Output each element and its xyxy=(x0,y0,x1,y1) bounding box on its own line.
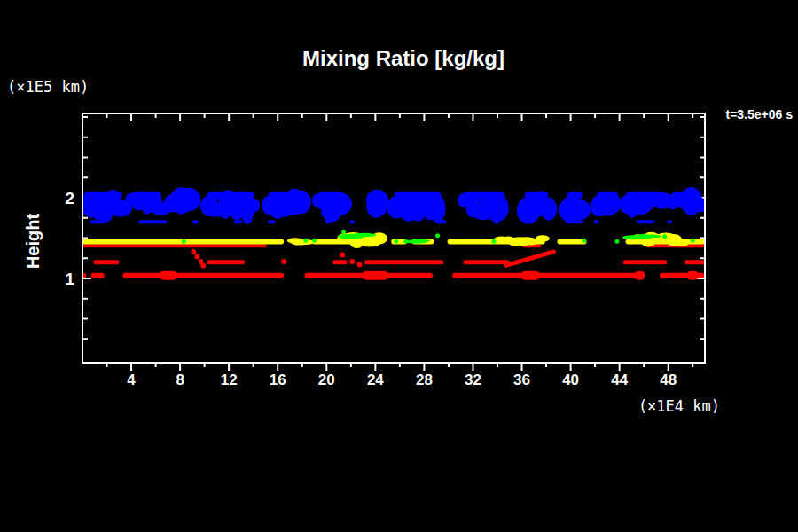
blue-cloud-blob xyxy=(567,200,591,221)
green-speck xyxy=(394,239,398,244)
green-patch xyxy=(643,235,661,239)
red-mid-band xyxy=(623,260,668,264)
yellow-blob xyxy=(536,235,550,241)
blue-wisp xyxy=(594,220,599,223)
red-low-lump xyxy=(362,271,388,280)
x-tick-label: 40 xyxy=(562,372,579,388)
blue-wisp xyxy=(567,220,583,223)
red-mid-band xyxy=(332,260,348,264)
red-speck xyxy=(200,262,206,268)
y-axis-unit-label: (×1E5 km) xyxy=(7,78,89,96)
blue-cloud-blob xyxy=(429,195,445,223)
red-speck xyxy=(349,259,355,264)
blue-cloud-blob xyxy=(291,191,311,215)
blue-wisp xyxy=(192,220,199,223)
red-low-band xyxy=(91,273,105,278)
red-low-lump xyxy=(160,271,178,280)
x-tick-label: 4 xyxy=(127,372,136,388)
x-axis-unit-label: (×1E4 km) xyxy=(638,397,720,415)
x-tick-label: 36 xyxy=(513,372,530,388)
green-speck xyxy=(182,239,186,244)
green-speck xyxy=(491,239,496,244)
red-speck xyxy=(191,249,196,254)
red-diagonal-streak xyxy=(506,252,554,265)
cloud-layer-blue xyxy=(77,187,709,224)
green-speck xyxy=(582,239,586,243)
x-tick-label: 32 xyxy=(465,372,481,388)
red-speck xyxy=(281,259,286,264)
green-speck xyxy=(303,239,308,243)
time-annotation: t=3.5e+06 s xyxy=(725,107,793,121)
red-low-band xyxy=(452,273,645,278)
x-tick-label: 44 xyxy=(611,372,628,388)
red-speck xyxy=(340,253,345,258)
green-speck xyxy=(662,234,667,239)
red-speck xyxy=(356,262,362,268)
y-axis-label: Height xyxy=(23,214,43,270)
red-mid-band xyxy=(463,260,509,264)
chart-title: Mixing Ratio [kg/kg] xyxy=(302,46,505,70)
red-low-lump xyxy=(634,271,645,280)
red-layers xyxy=(82,244,705,280)
x-tick-label: 8 xyxy=(176,372,184,388)
green-speck xyxy=(614,239,619,244)
red-mid-band xyxy=(207,260,245,264)
plot-frame xyxy=(82,113,705,363)
blue-wisp xyxy=(637,220,655,223)
x-tick-label: 20 xyxy=(318,372,335,388)
blue-cloud-blob xyxy=(494,197,508,215)
x-tick-label: 24 xyxy=(367,372,384,388)
blue-wisp xyxy=(325,220,331,223)
x-tick-labels: 4812162024283236404448 xyxy=(127,372,677,388)
green-speck xyxy=(312,239,317,243)
plot-content xyxy=(77,187,709,280)
blue-cloud-blob xyxy=(243,198,260,213)
red-mid-band xyxy=(93,260,119,264)
blue-wisp xyxy=(349,220,355,223)
red-under-yellow xyxy=(82,244,267,247)
y-tick-label: 1 xyxy=(65,270,74,288)
blue-wisp xyxy=(138,220,167,223)
blue-wisp xyxy=(494,220,499,223)
green-speck xyxy=(403,239,408,244)
green-speck xyxy=(691,239,695,243)
blue-wisp xyxy=(268,220,275,223)
x-tick-label: 48 xyxy=(660,372,677,388)
blue-cloud-blob xyxy=(541,198,557,221)
x-tick-label: 12 xyxy=(221,372,238,388)
red-speck xyxy=(194,254,200,259)
x-tick-label: 28 xyxy=(416,372,433,388)
red-low-band xyxy=(122,273,284,278)
screenshot-root: Mixing Ratio [kg/kg] (×1E5 km) t=3.5e+06… xyxy=(0,0,798,532)
blue-wisp xyxy=(436,220,446,223)
y-tick-labels: 12 xyxy=(65,189,74,288)
green-speck xyxy=(341,230,346,234)
x-tick-label: 16 xyxy=(270,372,286,388)
red-low-lump xyxy=(686,271,699,280)
mixing-ratio-plot: Mixing Ratio [kg/kg] (×1E5 km) t=3.5e+06… xyxy=(0,0,798,532)
y-tick-label: 2 xyxy=(65,189,74,207)
blue-wisp xyxy=(524,220,533,223)
yellow-blob xyxy=(674,239,689,246)
green-patch xyxy=(351,233,376,237)
blue-wisp xyxy=(234,220,243,223)
blue-wisp xyxy=(667,220,672,223)
red-mid-band xyxy=(364,260,443,264)
red-low-lump xyxy=(520,271,540,280)
blue-cloud-blob xyxy=(372,198,387,216)
red-mid-band xyxy=(685,260,705,264)
blue-cloud-blob xyxy=(328,192,352,215)
green-speck xyxy=(435,233,440,238)
blue-cloud-blob xyxy=(691,198,709,212)
blue-cloud-blob xyxy=(177,188,201,211)
blue-wisp xyxy=(90,220,105,223)
green-patch xyxy=(411,239,427,243)
